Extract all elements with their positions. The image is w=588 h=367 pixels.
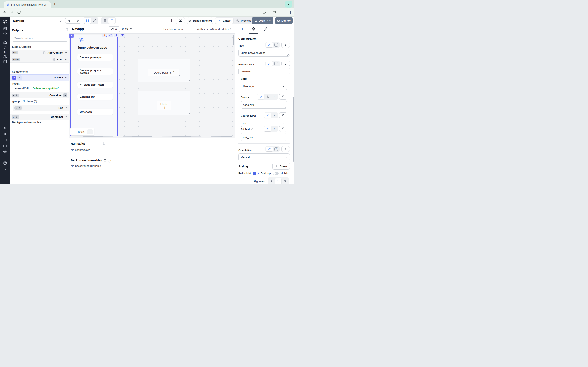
window-chevron-button[interactable] (285, 1, 292, 8)
workers-robot-icon[interactable] (3, 138, 7, 142)
nav-item-other-app[interactable]: Other app (77, 109, 113, 115)
component-row-text-b[interactable]: b Text (13, 105, 69, 111)
centered-layout-button[interactable] (84, 17, 91, 24)
settings-scrollbar[interactable] (293, 97, 294, 162)
nav-item-external-link[interactable]: External link (77, 94, 113, 100)
component-settings-tab[interactable] (251, 27, 255, 31)
browser-menu-icon[interactable]: ⋮ (288, 10, 292, 15)
static-pencil-button[interactable] (266, 147, 273, 151)
favorites-star-icon[interactable] (3, 32, 7, 36)
draft-button[interactable]: Draft ⌘S (252, 17, 273, 24)
home-icon[interactable] (3, 41, 7, 45)
fullscreen-component-button[interactable] (108, 34, 113, 37)
upload-button[interactable] (265, 94, 271, 99)
redo-icon[interactable] (73, 18, 82, 24)
deploy-button[interactable]: Deploy (275, 17, 293, 24)
collapse-chevron-up-icon[interactable] (63, 93, 67, 98)
back-icon[interactable] (3, 10, 7, 14)
new-tab-button[interactable]: + (53, 2, 56, 6)
full-height-desktop-toggle[interactable] (252, 172, 259, 175)
logo-select[interactable]: Use logo (241, 83, 287, 90)
variables-dollar-icon[interactable]: $ (3, 50, 7, 54)
app-canvas[interactable]: a Jump between apps Same app - empty Sam… (69, 34, 235, 138)
chevron-up-icon[interactable] (65, 76, 67, 79)
users-icon[interactable] (3, 126, 7, 130)
fx-button[interactable]: ƒ (273, 61, 279, 66)
static-pencil-button[interactable] (257, 94, 264, 99)
move-button[interactable] (120, 34, 125, 37)
refresh-count-button[interactable]: 0 (108, 26, 120, 32)
state-row[interactable]: state State (10, 56, 69, 63)
rename-pencil-icon[interactable] (17, 75, 22, 80)
folders-icon[interactable] (3, 144, 7, 148)
static-pencil-button[interactable] (264, 113, 271, 118)
result-key-row[interactable]: result : (12, 82, 23, 85)
chevron-down-icon[interactable] (65, 116, 67, 118)
align-left-button[interactable] (268, 178, 274, 184)
schedules-calendar-icon[interactable] (3, 59, 7, 63)
query-params-container[interactable]: Query params {} (138, 58, 190, 82)
extensions-icon[interactable] (262, 10, 266, 14)
chevron-down-icon[interactable] (65, 58, 67, 61)
hash-text-box[interactable]: Hash: "f (157, 101, 172, 110)
query-params-text-box[interactable]: Query params {} (148, 69, 180, 76)
browser-tab[interactable]: Edit App u/henri/navapp | Win ✕ (4, 1, 51, 8)
connect-plug-button[interactable] (281, 146, 290, 152)
nav-item-same-app-empty[interactable]: Same app - empty (77, 54, 113, 60)
connect-plug-button[interactable] (279, 125, 287, 132)
full-height-mobile-toggle[interactable] (273, 172, 279, 175)
current-path-row[interactable]: currentPath : "u/henri/navapp#foo" (15, 87, 59, 90)
resize-handle[interactable] (178, 75, 180, 76)
media-playlist-icon[interactable] (273, 10, 277, 14)
alt-text-textarea[interactable]: nav_bar (241, 133, 287, 141)
info-icon[interactable] (251, 128, 254, 131)
fx-button[interactable]: ƒ (272, 113, 277, 118)
runnables-doc-icon[interactable] (103, 142, 106, 145)
resources-cubes-icon[interactable] (3, 55, 7, 59)
component-row-container-e[interactable]: e Container (10, 92, 69, 99)
styling-tab[interactable] (263, 27, 267, 31)
canvas-component-badge[interactable]: a (69, 34, 74, 38)
static-pencil-button[interactable] (266, 42, 273, 47)
fx-button[interactable]: ƒ (273, 42, 279, 47)
insert-component-tab[interactable]: + (240, 26, 245, 31)
connect-plug-button[interactable] (279, 112, 287, 118)
component-row-navbar[interactable]: a Navbar (10, 75, 69, 81)
edit-title-pencil-icon[interactable] (60, 19, 63, 22)
ctx-row[interactable]: ctx App Context (10, 50, 69, 56)
mobile-view-button[interactable] (102, 17, 108, 24)
info-icon[interactable] (228, 27, 231, 30)
source-textarea[interactable]: /logo.svg (241, 101, 287, 109)
fullscreen-layout-button[interactable] (91, 17, 98, 24)
search-outputs-input[interactable] (12, 35, 68, 42)
resize-handle[interactable] (188, 80, 190, 81)
audit-eye-icon[interactable] (3, 150, 7, 154)
align-right-button[interactable] (282, 178, 288, 184)
panel-divider[interactable] (111, 138, 111, 184)
zoom-in-button[interactable]: + (87, 129, 93, 134)
apps-board-icon[interactable] (3, 26, 7, 31)
show-styling-button[interactable]: Show (272, 163, 290, 170)
static-pencil-button[interactable] (264, 126, 271, 131)
fx-button[interactable]: ƒ (271, 94, 277, 99)
expand-sidebar-arrow-icon[interactable] (3, 167, 7, 171)
anchor-button[interactable] (114, 34, 119, 37)
forward-icon[interactable] (10, 10, 14, 14)
fx-button[interactable]: ƒ (272, 126, 277, 131)
more-options-icon[interactable]: ⋮ (170, 19, 173, 23)
orientation-select[interactable]: Vertical (238, 153, 290, 161)
chevron-down-icon[interactable] (65, 51, 67, 54)
title-textarea[interactable]: Jump between apps (238, 49, 290, 57)
connect-plug-button[interactable] (281, 42, 290, 48)
resize-handle[interactable] (169, 108, 171, 109)
expand-down-button[interactable] (102, 34, 107, 37)
windmill-logo[interactable] (2, 19, 8, 24)
runs-play-icon[interactable] (3, 45, 7, 49)
reload-icon[interactable] (17, 10, 21, 14)
chevron-down-icon[interactable] (65, 107, 67, 109)
border-color-input[interactable]: #b1b1b1 (238, 68, 290, 75)
settings-gear-icon[interactable] (3, 132, 7, 136)
editor-tab[interactable]: Editor (215, 17, 233, 24)
zoom-out-button[interactable]: − (73, 130, 75, 134)
fx-button[interactable]: ƒ (273, 147, 279, 151)
